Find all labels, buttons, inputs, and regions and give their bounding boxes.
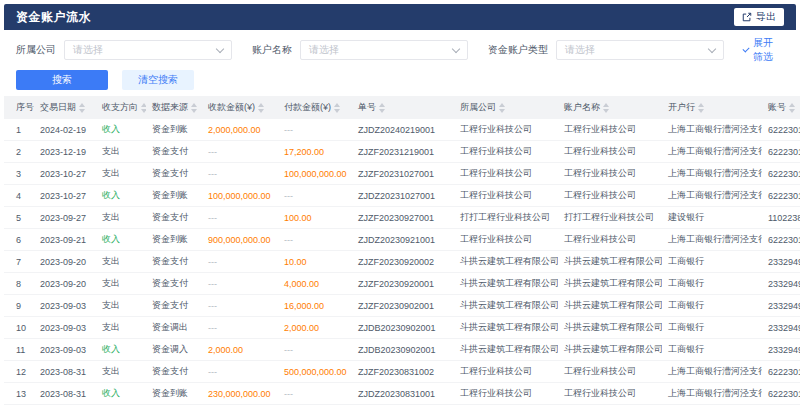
cell-direction: 收入 xyxy=(96,185,146,207)
cell-date: 2023-09-20 xyxy=(34,251,96,273)
cell-number: 62223011 xyxy=(762,185,800,207)
cell-order: ZJDZ20240219001 xyxy=(352,119,454,141)
table-row: 52023-09-27支出资金支付---100.00ZJZF2023092700… xyxy=(4,207,800,229)
search-button[interactable]: 搜索 xyxy=(16,70,108,90)
cell-receipt: 2,000,000.00 xyxy=(202,119,278,141)
column-header[interactable]: 收支方向 xyxy=(96,96,146,119)
account-type-select-placeholder: 请选择 xyxy=(565,43,595,57)
flow-table: 序号交易日期收支方向数据来源收款金额(¥)付款金额(¥)单号所属公司账户名称开户… xyxy=(4,96,800,409)
cell-receipt: --- xyxy=(202,251,278,273)
cell-account: 工程行业科技公司 xyxy=(558,229,662,251)
cell-order: ZJZF20231219001 xyxy=(352,141,454,163)
cell-no: 5 xyxy=(4,207,34,229)
cell-bank: 上海工商银行漕河泾支行 xyxy=(662,405,762,409)
cell-source: 资金到账 xyxy=(146,185,202,207)
cell-payment: 100,000,000.00 xyxy=(278,163,352,185)
filter-account-name: 账户名称 请选择 xyxy=(252,40,468,60)
sort-icon[interactable] xyxy=(141,103,146,113)
cell-company: 工程行业科技公司 xyxy=(454,141,558,163)
column-header[interactable]: 开户行 xyxy=(662,96,762,119)
company-select-placeholder: 请选择 xyxy=(73,43,103,57)
cell-bank: 上海工商银行漕河泾支行 xyxy=(662,229,762,251)
cell-order: ZJZF20230902001 xyxy=(352,295,454,317)
account-type-select[interactable]: 请选择 xyxy=(556,40,724,60)
column-header[interactable]: 付款金额(¥) xyxy=(278,96,352,119)
expand-filters-link[interactable]: 展开筛选 xyxy=(744,36,778,64)
cell-date: 2024-02-19 xyxy=(34,119,96,141)
table-row: 42023-10-27收入资金到账100,000,000.00---ZJDZ20… xyxy=(4,185,800,207)
column-header[interactable]: 所属公司 xyxy=(454,96,558,119)
export-button[interactable]: 导出 xyxy=(734,8,784,26)
cell-account: 斗拱云建筑工程有限公司 xyxy=(558,273,662,295)
page-title: 资金账户流水 xyxy=(16,9,91,26)
table-row: 72023-09-20支出资金支付---10.00ZJZF20230920002… xyxy=(4,251,800,273)
cell-date: 2023-12-19 xyxy=(34,141,96,163)
cell-number: 62223011 xyxy=(762,383,800,405)
cell-company: 斗拱云建筑工程有限公司 xyxy=(454,317,558,339)
cell-receipt: --- xyxy=(202,295,278,317)
cell-order: ZJDZ20230921001 xyxy=(352,229,454,251)
cell-company: 工程行业科技公司 xyxy=(454,361,558,383)
cell-source: 资金支付 xyxy=(146,361,202,383)
cell-direction: 支出 xyxy=(96,317,146,339)
filter-actions: 搜索 清空搜索 xyxy=(16,70,784,90)
company-select[interactable]: 请选择 xyxy=(64,40,232,60)
sort-icon[interactable] xyxy=(603,103,609,113)
account-name-select[interactable]: 请选择 xyxy=(300,40,468,60)
cell-source: 资金到账 xyxy=(146,119,202,141)
cell-number: 23329499 xyxy=(762,251,800,273)
cell-number: 62223011 xyxy=(762,361,800,383)
sort-icon[interactable] xyxy=(191,103,197,113)
cell-order: ZJZF20230927001 xyxy=(352,207,454,229)
cell-order: ZJZF20230920002 xyxy=(352,251,454,273)
cell-date: 2023-08-31 xyxy=(34,383,96,405)
table-row: 142023-08-31支出资金支付---41,334.00ZJZF202308… xyxy=(4,405,800,409)
cell-direction: 支出 xyxy=(96,361,146,383)
column-header[interactable]: 单号 xyxy=(352,96,454,119)
table-row: 92023-09-03支出资金支付---16,000.00ZJZF2023090… xyxy=(4,295,800,317)
clear-search-button[interactable]: 清空搜索 xyxy=(122,70,194,90)
sort-icon[interactable] xyxy=(698,103,704,113)
column-header[interactable]: 交易日期 xyxy=(34,96,96,119)
cell-bank: 上海工商银行漕河泾支行 xyxy=(662,361,762,383)
cell-no: 12 xyxy=(4,361,34,383)
cell-account: 工程行业科技公司 xyxy=(558,185,662,207)
table-header-row: 序号交易日期收支方向数据来源收款金额(¥)付款金额(¥)单号所属公司账户名称开户… xyxy=(4,96,800,119)
cell-order: ZJZF20231027001 xyxy=(352,163,454,185)
filter-account-type-label: 资金账户类型 xyxy=(488,43,548,57)
cell-bank: 上海工商银行漕河泾支行 xyxy=(662,141,762,163)
sort-icon[interactable] xyxy=(79,103,85,113)
cell-number: 23329499 xyxy=(762,273,800,295)
expand-filters-label: 展开筛选 xyxy=(753,36,778,64)
cell-bank: 建设银行 xyxy=(662,207,762,229)
cell-bank: 工商银行 xyxy=(662,339,762,361)
cell-payment: --- xyxy=(278,119,352,141)
column-header[interactable]: 数据来源 xyxy=(146,96,202,119)
sort-icon[interactable] xyxy=(379,103,385,113)
sort-icon[interactable] xyxy=(334,103,340,113)
sort-icon[interactable] xyxy=(258,103,264,113)
cell-order: ZJDB20230902001 xyxy=(352,317,454,339)
cell-payment: 10.00 xyxy=(278,251,352,273)
sort-icon[interactable] xyxy=(789,103,795,113)
sort-icon[interactable] xyxy=(499,103,505,113)
cell-number: 23329499 xyxy=(762,295,800,317)
column-header[interactable]: 账号 xyxy=(762,96,800,119)
cell-order: ZJZF20230831001 xyxy=(352,405,454,409)
cell-account: 工程行业科技公司 xyxy=(558,383,662,405)
cell-payment: --- xyxy=(278,185,352,207)
table-row: 122023-08-31支出资金支付---500,000,000.00ZJZF2… xyxy=(4,361,800,383)
cell-bank: 工商银行 xyxy=(662,317,762,339)
column-header[interactable]: 账户名称 xyxy=(558,96,662,119)
table-row: 12024-02-19收入资金到账2,000,000.00---ZJDZ2024… xyxy=(4,119,800,141)
cell-company: 斗拱云建筑工程有限公司 xyxy=(454,251,558,273)
column-header[interactable]: 收款金额(¥) xyxy=(202,96,278,119)
cell-receipt: --- xyxy=(202,405,278,409)
cell-date: 2023-09-21 xyxy=(34,229,96,251)
cell-date: 2023-09-03 xyxy=(34,295,96,317)
cell-source: 资金支付 xyxy=(146,273,202,295)
cell-no: 7 xyxy=(4,251,34,273)
cell-number: 62223011 xyxy=(762,163,800,185)
cell-no: 13 xyxy=(4,383,34,405)
cell-receipt: 2,000.00 xyxy=(202,339,278,361)
